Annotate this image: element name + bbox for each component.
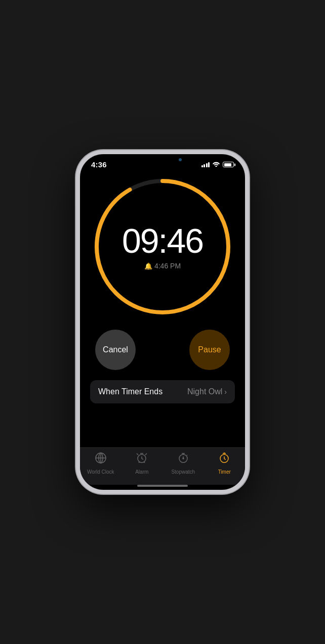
- stopwatch-label: Stopwatch: [171, 469, 195, 475]
- timer-label: Timer: [218, 469, 231, 475]
- signal-icon: [201, 162, 210, 167]
- stopwatch-icon: [177, 452, 189, 467]
- timer-ends-sound: Night Owl: [187, 387, 222, 396]
- bell-icon: 🔔: [144, 262, 152, 270]
- svg-point-8: [183, 458, 184, 459]
- status-time: 4:36: [91, 160, 107, 169]
- timer-ends-label: When Timer Ends: [98, 387, 162, 396]
- status-icons: [201, 161, 234, 168]
- buttons-row: Cancel Pause: [90, 330, 235, 370]
- alarm-icon: [136, 452, 148, 467]
- timer-icon: [218, 452, 230, 467]
- notch: [132, 154, 193, 168]
- tab-timer[interactable]: Timer: [209, 452, 239, 475]
- timer-time: 09:46: [122, 223, 203, 258]
- cancel-button[interactable]: Cancel: [95, 330, 136, 370]
- timer-display: 09:46 🔔 4:46 PM: [122, 223, 203, 270]
- pause-button[interactable]: Pause: [189, 330, 230, 370]
- battery-icon: [223, 162, 234, 167]
- tab-alarm[interactable]: Alarm: [127, 452, 157, 475]
- screen: 4:36: [80, 154, 245, 490]
- notch-camera: [179, 158, 182, 161]
- world-clock-icon: [95, 452, 107, 467]
- timer-alarm: 🔔 4:46 PM: [122, 262, 203, 270]
- phone-frame: 4:36: [76, 150, 249, 494]
- home-indicator: [137, 485, 188, 487]
- timer-ends-row[interactable]: When Timer Ends Night Owl ›: [90, 380, 235, 403]
- main-content: 09:46 🔔 4:46 PM Cancel Pause When Timer …: [80, 171, 245, 447]
- timer-circle: 09:46 🔔 4:46 PM: [92, 176, 233, 317]
- alarm-time: 4:46 PM: [154, 262, 181, 270]
- tab-stopwatch[interactable]: Stopwatch: [168, 452, 198, 475]
- world-clock-label: World Clock: [87, 469, 114, 475]
- tab-bar: World Clock Alarm: [80, 447, 245, 485]
- wifi-icon: [212, 161, 220, 168]
- chevron-icon: ›: [224, 388, 227, 396]
- timer-ends-value: Night Owl ›: [187, 387, 227, 396]
- tab-world-clock[interactable]: World Clock: [86, 452, 116, 475]
- alarm-label: Alarm: [135, 469, 148, 475]
